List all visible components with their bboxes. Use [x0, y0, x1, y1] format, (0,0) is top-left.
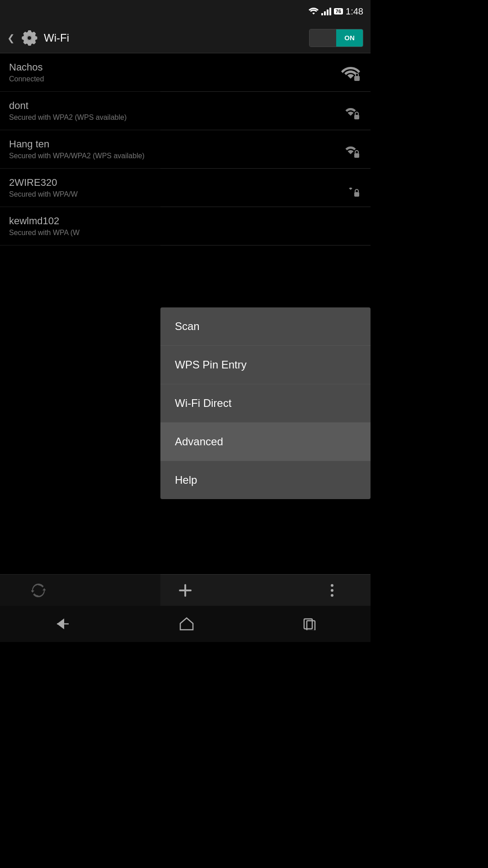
back-button[interactable]	[54, 618, 70, 630]
header-left: ❮ Wi-Fi	[7, 29, 69, 47]
svg-point-6	[331, 584, 333, 587]
menu-item-advanced[interactable]: Advanced	[160, 423, 371, 461]
back-chevron-icon[interactable]: ❮	[7, 33, 15, 43]
wifi-signal-icon	[340, 100, 361, 122]
svg-rect-3	[354, 192, 359, 197]
wifi-signal-icon	[340, 138, 361, 160]
menu-item-wifi-direct[interactable]: Wi-Fi Direct	[160, 384, 371, 423]
svg-rect-1	[354, 115, 359, 119]
settings-gear-icon	[20, 29, 38, 47]
toggle-on-side: ON	[336, 29, 363, 47]
wifi-signal-icon	[340, 215, 361, 237]
wifi-signal-icon	[340, 61, 361, 83]
battery-badge: 76	[334, 8, 343, 14]
status-icons: 76 1:48	[309, 6, 363, 17]
svg-rect-0	[354, 76, 360, 81]
system-nav	[0, 606, 371, 642]
wifi-status-icon	[309, 7, 319, 15]
menu-item-wps-pin[interactable]: WPS Pin Entry	[160, 346, 371, 384]
signal-bars-icon	[321, 7, 331, 15]
toggle-off-side	[310, 29, 336, 47]
wifi-signal-icon	[340, 177, 361, 198]
context-menu: Scan WPS Pin Entry Wi-Fi Direct Advanced…	[160, 307, 371, 499]
more-vertical-icon[interactable]	[321, 579, 343, 602]
home-button[interactable]	[179, 617, 194, 631]
recents-button[interactable]	[303, 618, 316, 630]
svg-point-8	[331, 594, 333, 597]
status-bar: 76 1:48	[0, 0, 371, 23]
wifi-toggle[interactable]: ON	[309, 29, 363, 47]
svg-rect-5	[179, 590, 192, 591]
menu-item-scan[interactable]: Scan	[160, 307, 371, 346]
svg-point-7	[331, 589, 333, 592]
menu-item-help[interactable]: Help	[160, 461, 371, 499]
svg-rect-2	[354, 153, 359, 158]
context-menu-overlay	[0, 53, 160, 606]
page-title: Wi-Fi	[44, 32, 69, 44]
add-icon[interactable]	[174, 579, 197, 602]
app-header: ❮ Wi-Fi ON	[0, 23, 371, 53]
toggle-switch[interactable]: ON	[309, 29, 363, 47]
status-time: 1:48	[346, 6, 363, 17]
